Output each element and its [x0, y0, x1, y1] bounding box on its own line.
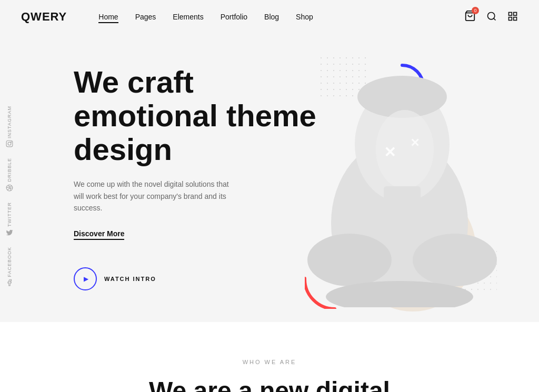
social-instagram[interactable]: Instagram [6, 100, 13, 153]
search-button[interactable] [486, 11, 497, 23]
hero-content: We craft emotional theme design We come … [74, 65, 326, 290]
social-sidebar: Instagram Dribble Twitter Facebook [0, 100, 19, 292]
grid-icon [507, 11, 518, 22]
header: QWERY Home Pages Elements Portfolio Blog… [0, 0, 539, 34]
svg-rect-6 [514, 17, 517, 20]
who-section-label: WHO WE ARE [42, 359, 497, 365]
cart-badge: 0 [472, 7, 479, 14]
play-icon: ▶ [84, 275, 88, 283]
social-twitter[interactable]: Twitter [6, 197, 13, 242]
main-nav: Home Pages Elements Portfolio Blog Shop [98, 13, 464, 21]
svg-rect-7 [6, 141, 13, 147]
nav-item-elements[interactable]: Elements [173, 13, 203, 21]
nav-item-shop[interactable]: Shop [296, 13, 313, 21]
logo[interactable]: QWERY [21, 10, 67, 24]
watch-intro-label: WATCH INTRO [104, 276, 156, 282]
watch-intro-button[interactable]: ▶ WATCH INTRO [74, 267, 156, 290]
svg-rect-3 [509, 12, 512, 15]
svg-point-1 [488, 12, 495, 19]
instagram-icon [6, 140, 13, 147]
svg-text:✕: ✕ [384, 144, 396, 160]
svg-line-2 [494, 18, 496, 20]
header-icons: 0 [464, 10, 518, 24]
play-circle: ▶ [74, 267, 97, 290]
facebook-icon [6, 279, 13, 286]
social-facebook[interactable]: Facebook [6, 242, 13, 292]
search-icon [486, 11, 497, 22]
nav-item-pages[interactable]: Pages [135, 13, 156, 21]
nav-item-home[interactable]: Home [98, 13, 118, 21]
svg-text:✕: ✕ [410, 136, 420, 149]
svg-rect-5 [509, 17, 512, 20]
hero-description: We come up with the novel digital soluti… [74, 178, 232, 214]
who-section: WHO WE ARE We are a new digital product … [0, 322, 539, 392]
svg-point-9 [11, 142, 12, 143]
nav-item-portfolio[interactable]: Portfolio [221, 13, 247, 21]
svg-rect-17 [384, 186, 421, 218]
dribble-icon [6, 184, 13, 192]
twitter-icon [6, 229, 13, 236]
svg-point-16 [413, 234, 497, 286]
grid-menu-button[interactable] [507, 11, 518, 23]
svg-point-8 [8, 142, 11, 145]
discover-more-link[interactable]: Discover More [74, 229, 124, 240]
cart-button[interactable]: 0 [464, 10, 476, 24]
social-dribble[interactable]: Dribble [6, 153, 13, 197]
nav-item-blog[interactable]: Blog [264, 13, 279, 21]
svg-rect-4 [514, 12, 517, 15]
hero-title: We craft emotional theme design [74, 65, 326, 166]
who-section-title: We are a new digital product development… [112, 376, 427, 392]
hero-section: We craft emotional theme design We come … [0, 34, 539, 322]
